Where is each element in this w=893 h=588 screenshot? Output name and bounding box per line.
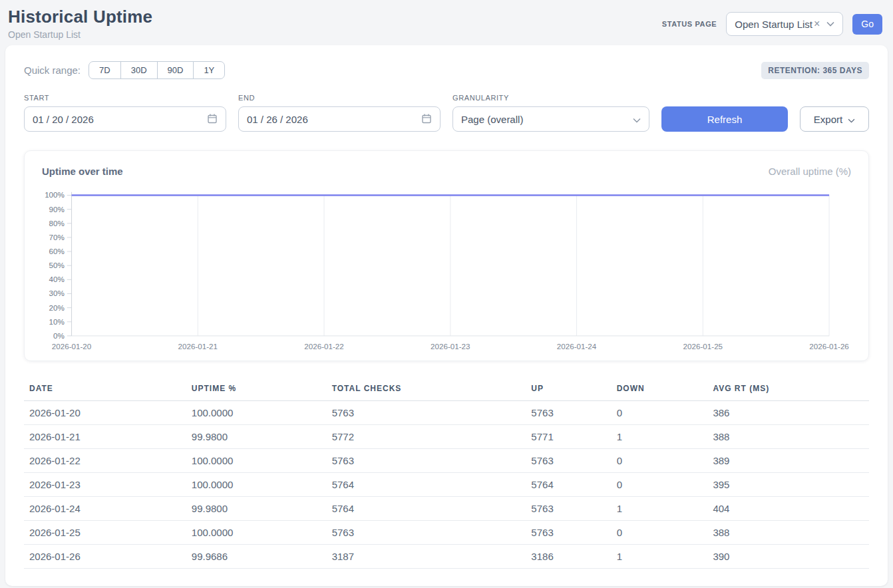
table-cell: 0 — [612, 521, 708, 545]
title-block: Historical Uptime Open Startup List — [8, 7, 152, 40]
table-cell: 3186 — [526, 545, 611, 569]
table-header-row: DATEUPTIME %TOTAL CHECKSUPDOWNAVG RT (MS… — [24, 377, 869, 401]
column-header: UPTIME % — [186, 377, 327, 401]
table-cell: 5763 — [327, 521, 526, 545]
svg-text:80%: 80% — [49, 219, 65, 227]
column-header: UP — [526, 377, 611, 401]
table-cell: 5763 — [327, 401, 526, 425]
export-button[interactable]: Export — [800, 106, 869, 132]
table-cell: 5763 — [526, 521, 611, 545]
table-cell: 386 — [707, 401, 869, 425]
table-cell: 5764 — [327, 473, 526, 497]
granularity-select[interactable]: Page (overall) — [452, 106, 649, 132]
table-cell: 5772 — [327, 425, 526, 449]
table-cell: 2026-01-25 — [24, 521, 186, 545]
table-row: 2026-01-20100.0000576357630386 — [24, 401, 869, 425]
status-page-select[interactable]: Open Startup List × — [726, 12, 843, 36]
table-cell: 5764 — [327, 497, 526, 521]
chart-title: Uptime over time — [42, 166, 123, 177]
table-cell: 1 — [612, 497, 708, 521]
table-cell: 100.0000 — [186, 473, 327, 497]
quick-range-label: Quick range: — [24, 65, 81, 76]
table-row: 2026-01-2199.9800577257711388 — [24, 425, 869, 449]
column-header: DATE — [24, 377, 186, 401]
table-cell: 5763 — [526, 497, 611, 521]
quick-range-group: 7D30D90D1Y — [89, 61, 225, 79]
column-header: AVG RT (MS) — [707, 377, 869, 401]
status-page-value: Open Startup List — [735, 19, 812, 30]
column-header: DOWN — [612, 377, 708, 401]
start-date-value: 01 / 20 / 2026 — [33, 114, 94, 125]
table-cell: 388 — [707, 425, 869, 449]
quick-range-1y-button[interactable]: 1Y — [193, 61, 225, 79]
table-cell: 2026-01-21 — [24, 425, 186, 449]
chevron-down-icon — [848, 114, 855, 125]
table-cell: 2026-01-23 — [24, 473, 186, 497]
svg-text:40%: 40% — [49, 275, 65, 283]
table-cell: 0 — [612, 401, 708, 425]
svg-text:0%: 0% — [53, 331, 65, 340]
table-cell: 99.9800 — [186, 425, 327, 449]
uptime-table: DATEUPTIME %TOTAL CHECKSUPDOWNAVG RT (MS… — [24, 377, 869, 569]
page-title: Historical Uptime — [8, 7, 152, 27]
table-cell: 388 — [707, 521, 869, 545]
table-cell: 100.0000 — [186, 449, 327, 473]
table-cell: 5771 — [526, 425, 611, 449]
table-cell: 0 — [612, 449, 708, 473]
quick-range-30d-button[interactable]: 30D — [120, 61, 158, 79]
filter-controls: START 01 / 20 / 2026 END 01 / 26 / 2026 … — [24, 94, 869, 132]
table-row: 2026-01-22100.0000576357630389 — [24, 449, 869, 473]
table-cell: 5763 — [526, 449, 611, 473]
end-date-value: 01 / 26 / 2026 — [247, 114, 308, 125]
end-date-field: END 01 / 26 / 2026 — [238, 94, 441, 132]
go-button[interactable]: Go — [852, 14, 882, 35]
quick-range-7d-button[interactable]: 7D — [89, 61, 121, 79]
table-cell: 5764 — [526, 473, 611, 497]
svg-text:2026-01-23: 2026-01-23 — [431, 342, 470, 351]
svg-text:90%: 90% — [49, 205, 65, 214]
uptime-chart-card: Uptime over time Overall uptime (%) 2026… — [24, 150, 869, 361]
svg-text:60%: 60% — [49, 247, 65, 255]
column-header: TOTAL CHECKS — [327, 377, 526, 401]
main-panel: Quick range: 7D30D90D1Y RETENTION: 365 D… — [5, 45, 888, 586]
status-page-controls: STATUS PAGE Open Startup List × Go — [662, 12, 882, 36]
clear-selection-icon[interactable]: × — [814, 18, 820, 30]
table-row: 2026-01-25100.0000576357630388 — [24, 521, 869, 545]
start-date-field: START 01 / 20 / 2026 — [24, 94, 226, 132]
quick-range-90d-button[interactable]: 90D — [157, 61, 194, 79]
table-cell: 1 — [612, 425, 708, 449]
svg-text:100%: 100% — [45, 190, 65, 199]
table-cell: 99.9800 — [186, 497, 327, 521]
table-cell: 2026-01-22 — [24, 449, 186, 473]
export-label: Export — [814, 114, 842, 125]
table-cell: 2026-01-26 — [24, 545, 186, 569]
refresh-button[interactable]: Refresh — [661, 106, 788, 132]
end-date-input[interactable]: 01 / 26 / 2026 — [238, 106, 441, 132]
calendar-icon[interactable] — [207, 113, 218, 126]
svg-text:30%: 30% — [49, 289, 65, 297]
table-cell: 390 — [707, 545, 869, 569]
table-cell: 395 — [707, 473, 869, 497]
granularity-label: GRANULARITY — [452, 94, 649, 102]
end-label: END — [238, 94, 441, 102]
svg-text:50%: 50% — [49, 261, 65, 269]
svg-text:2026-01-21: 2026-01-21 — [178, 342, 218, 351]
svg-text:70%: 70% — [49, 233, 65, 241]
table-cell: 3187 — [327, 545, 526, 569]
retention-badge: RETENTION: 365 DAYS — [761, 62, 869, 79]
topbar: Historical Uptime Open Startup List STAT… — [0, 0, 893, 45]
quick-range-row: Quick range: 7D30D90D1Y RETENTION: 365 D… — [24, 61, 869, 79]
table-cell: 100.0000 — [186, 401, 327, 425]
table-body: 2026-01-20100.00005763576303862026-01-21… — [24, 401, 869, 569]
granularity-value: Page (overall) — [461, 114, 523, 125]
table-row: 2026-01-2699.9686318731861390 — [24, 545, 869, 569]
chevron-down-icon — [826, 21, 834, 27]
table-cell: 99.9686 — [186, 545, 327, 569]
page-subtitle: Open Startup List — [8, 29, 152, 40]
chart-legend: Overall uptime (%) — [769, 166, 851, 177]
table-cell: 1 — [612, 545, 708, 569]
table-cell: 2026-01-24 — [24, 497, 186, 521]
calendar-icon[interactable] — [421, 113, 432, 126]
svg-text:2026-01-25: 2026-01-25 — [683, 342, 723, 351]
start-date-input[interactable]: 01 / 20 / 2026 — [24, 106, 226, 132]
